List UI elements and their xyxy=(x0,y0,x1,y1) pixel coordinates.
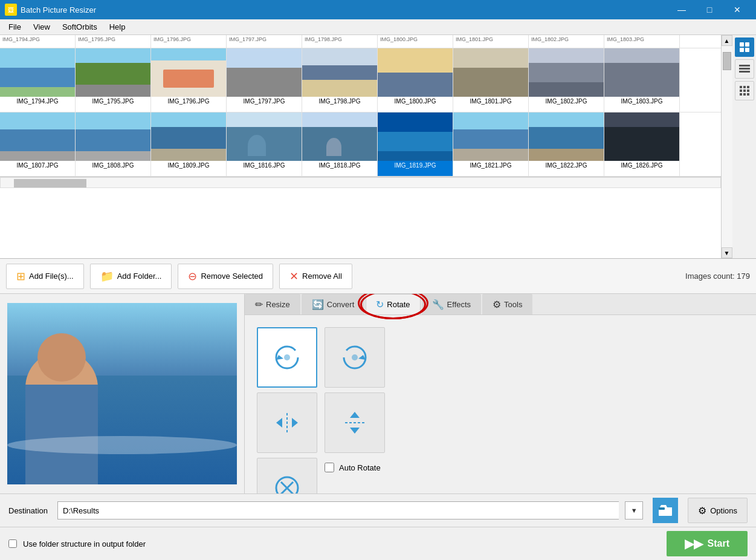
thumbnail xyxy=(302,112,377,161)
hscroll-thumb[interactable] xyxy=(14,179,86,187)
view-list-button[interactable] xyxy=(735,59,754,79)
menu-softorbits[interactable]: SoftOrbits xyxy=(56,21,103,33)
menu-help[interactable]: Help xyxy=(103,21,132,33)
filename-label: IMG_1816.JPG xyxy=(227,161,302,170)
tab-resize-label: Resize xyxy=(266,300,290,309)
tab-resize[interactable]: ✏ Resize xyxy=(245,294,300,314)
svg-marker-26 xyxy=(358,355,366,360)
rotate-icon: ↻ xyxy=(376,299,384,310)
remove-selected-button[interactable]: ⊖ Remove Selected xyxy=(178,264,273,289)
menu-file[interactable]: File xyxy=(2,21,27,33)
view-thumbnails-button[interactable] xyxy=(735,37,754,57)
svg-rect-13 xyxy=(740,93,742,96)
list-item[interactable]: IMG_1802.JPG xyxy=(529,48,604,112)
tab-effects[interactable]: 🔧 Effects xyxy=(422,294,482,314)
flip-vertical-button[interactable] xyxy=(325,392,385,453)
thumbnail xyxy=(604,112,679,161)
list-item[interactable]: IMG_1807.JPG xyxy=(0,112,76,176)
thumbnail xyxy=(0,48,75,97)
view-grid-button[interactable] xyxy=(735,81,754,100)
svg-rect-8 xyxy=(743,86,746,88)
svg-rect-32 xyxy=(659,507,665,510)
filename-label: IMG_1822.JPG xyxy=(529,161,604,170)
auto-rotate-checkbox[interactable] xyxy=(325,463,334,472)
list-item[interactable]: IMG_1818.JPG xyxy=(302,112,378,176)
image-grid-container: IMG_1794.JPG IMG_1795.JPG IMG_1796.JPG I… xyxy=(0,35,756,259)
svg-marker-29 xyxy=(350,412,360,418)
list-item[interactable]: IMG_1794.JPG xyxy=(0,48,76,112)
thumbnail xyxy=(76,112,150,161)
horizontal-scrollbar[interactable] xyxy=(0,177,721,187)
add-folder-button[interactable]: 📁 Add Folder... xyxy=(90,264,172,289)
titlebar: 🖼 Batch Picture Resizer — □ ✕ xyxy=(0,0,756,19)
list-item[interactable]: IMG_1809.JPG xyxy=(151,112,227,176)
filename-label: IMG_1826.JPG xyxy=(604,161,679,170)
scroll-down-arrow[interactable]: ▼ xyxy=(722,247,732,258)
remove-all-button[interactable]: ✕ Remove All xyxy=(279,264,352,289)
images-count: Images count: 179 xyxy=(685,272,750,281)
thumbnail xyxy=(378,48,453,97)
destination-browse-button[interactable] xyxy=(653,498,678,523)
rotate-cw-button[interactable] xyxy=(325,327,385,388)
window-controls: — □ ✕ xyxy=(668,0,751,19)
tools-icon: ⚙ xyxy=(493,299,501,310)
preview-image xyxy=(7,303,237,484)
list-item[interactable]: IMG_1795.JPG xyxy=(76,48,151,112)
use-folder-label[interactable]: Use folder structure in output folder xyxy=(23,539,146,549)
tabs-panel: ✏ Resize 🔄 Convert ↻ Rotate 🔧 Effects xyxy=(245,294,756,493)
use-folder-checkbox[interactable] xyxy=(8,539,17,548)
right-sidebar xyxy=(732,35,756,258)
list-item[interactable]: IMG_1803.JPG xyxy=(604,48,680,112)
list-item[interactable]: IMG_1796.JPG xyxy=(151,48,227,112)
thumbnail xyxy=(378,112,453,161)
list-item[interactable]: IMG_1798.JPG xyxy=(302,48,378,112)
main-container: IMG_1794.JPG IMG_1795.JPG IMG_1796.JPG I… xyxy=(0,35,756,560)
list-item[interactable]: IMG_1816.JPG xyxy=(227,112,302,176)
filename-label: IMG_1809.JPG xyxy=(151,161,226,170)
minimize-button[interactable]: — xyxy=(668,0,696,19)
filename-label: IMG_1797.JPG xyxy=(227,97,302,106)
flip-horizontal-button[interactable] xyxy=(257,392,317,453)
list-item[interactable]: IMG_1800.JPG xyxy=(378,48,453,112)
list-item[interactable]: IMG_1826.JPG xyxy=(604,112,680,176)
toolbar: ⊞ Add File(s)... 📁 Add Folder... ⊖ Remov… xyxy=(0,259,756,294)
tab-tools[interactable]: ⚙ Tools xyxy=(482,294,532,314)
destination-bar: Destination ▼ ⚙ Options xyxy=(0,493,756,527)
svg-marker-21 xyxy=(292,418,298,428)
remove-selected-icon: ⊖ xyxy=(188,270,197,283)
list-item[interactable]: IMG_1822.JPG xyxy=(529,112,604,176)
scroll-thumb[interactable] xyxy=(723,52,731,70)
filename-label: IMG_1795.JPG xyxy=(76,97,150,106)
svg-rect-14 xyxy=(743,93,746,96)
list-item[interactable]: IMG_1808.JPG xyxy=(76,112,151,176)
vertical-scrollbar: ▲ ▼ xyxy=(721,35,732,258)
options-button[interactable]: ⚙ Options xyxy=(688,498,748,523)
thumbnail xyxy=(529,112,604,161)
list-item[interactable]: IMG_1819.JPG xyxy=(378,112,453,176)
reset-button[interactable] xyxy=(257,458,317,493)
list-item[interactable]: IMG_1801.JPG xyxy=(453,48,529,112)
start-button[interactable]: ▶▶ Start xyxy=(667,531,748,556)
menu-view[interactable]: View xyxy=(27,21,56,33)
filename-label: IMG_1807.JPG xyxy=(0,161,75,170)
maximize-button[interactable]: □ xyxy=(696,0,723,19)
list-item[interactable]: IMG_1797.JPG xyxy=(227,48,302,112)
list-item[interactable]: IMG_1821.JPG xyxy=(453,112,529,176)
filename-label: IMG_1800.JPG xyxy=(378,97,453,106)
destination-dropdown-button[interactable]: ▼ xyxy=(625,501,643,519)
auto-rotate-row: Auto Rotate xyxy=(325,458,385,472)
add-files-button[interactable]: ⊞ Add File(s)... xyxy=(6,264,84,289)
svg-rect-2 xyxy=(740,48,744,52)
destination-input[interactable] xyxy=(57,501,619,519)
scroll-up-arrow[interactable]: ▲ xyxy=(722,35,732,46)
tab-rotate[interactable]: ↻ Rotate xyxy=(366,294,420,314)
close-button[interactable]: ✕ xyxy=(723,0,751,19)
rotate-ccw-button[interactable] xyxy=(257,327,317,388)
svg-marker-20 xyxy=(276,418,282,428)
tab-tools-label: Tools xyxy=(504,300,522,309)
svg-rect-7 xyxy=(740,86,742,88)
tab-convert[interactable]: 🔄 Convert xyxy=(302,294,365,314)
scroll-track[interactable] xyxy=(722,46,732,247)
menubar: File View SoftOrbits Help xyxy=(0,19,756,35)
auto-rotate-label[interactable]: Auto Rotate xyxy=(339,463,381,472)
